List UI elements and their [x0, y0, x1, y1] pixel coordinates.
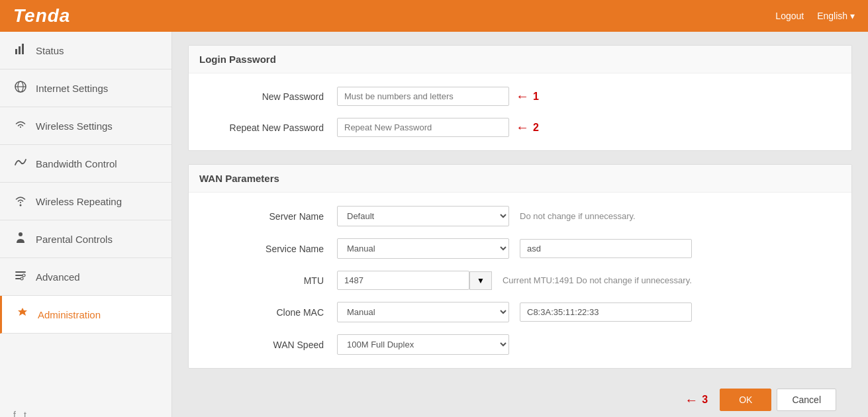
status-icon [13, 42, 28, 58]
arrow-1-icon: ← [516, 89, 529, 104]
svg-point-8 [23, 274, 25, 277]
main-layout: Status Internet Settings Wireless Settin… [0, 32, 868, 417]
sidebar-social: f t [0, 399, 171, 417]
svg-point-6 [20, 205, 22, 207]
sidebar-item-wireless-repeating[interactable]: Wireless Repeating [0, 183, 171, 220]
sidebar-item-administration[interactable]: Administration [0, 296, 171, 334]
sidebar-item-parental-controls[interactable]: Parental Controls [0, 220, 171, 258]
ok-button[interactable]: OK [720, 389, 771, 411]
new-password-row: New Password ← 1 [205, 87, 836, 106]
new-password-label: New Password [205, 91, 337, 102]
wan-speed-row: WAN Speed 100M Full Duplex 10M Half Dupl… [205, 334, 836, 355]
wan-parameters-title: WAN Parameters [189, 165, 851, 193]
mtu-dropdown-button[interactable]: ▼ [469, 271, 492, 290]
sidebar-item-advanced[interactable]: Advanced [0, 258, 171, 296]
wan-parameters-card: WAN Parameters Server Name Default Do no… [188, 164, 852, 369]
login-password-title: Login Password [189, 46, 851, 73]
cancel-button[interactable]: Cancel [777, 389, 836, 411]
arrow-2-icon: ← [516, 120, 529, 135]
content-area: Login Password New Password ← 1 Repeat N… [172, 32, 868, 417]
svg-rect-0 [15, 49, 17, 54]
server-name-label: Server Name [205, 211, 337, 222]
wan-speed-label: WAN Speed [205, 340, 337, 350]
annotation-2: ← 2 [516, 120, 539, 135]
sidebar-label-advanced: Advanced [36, 271, 80, 283]
login-password-card: Login Password New Password ← 1 Repeat N… [188, 45, 852, 151]
wan-speed-select[interactable]: 100M Full Duplex 10M Half Duplex 10M Ful… [337, 334, 509, 355]
repeat-password-input[interactable] [337, 118, 509, 137]
bandwidth-icon [13, 156, 28, 171]
sidebar-label-internet-settings: Internet Settings [36, 83, 108, 94]
sidebar-item-internet-settings[interactable]: Internet Settings [0, 70, 171, 107]
service-name-input[interactable] [520, 239, 692, 258]
svg-rect-2 [22, 44, 24, 54]
server-name-hint: Do not change if unnecessary. [520, 211, 636, 221]
facebook-icon[interactable]: f [13, 410, 16, 417]
arrow-3-icon: ← [685, 393, 698, 408]
sidebar-label-parental-controls: Parental Controls [36, 234, 113, 245]
sidebar-item-status[interactable]: Status [0, 32, 171, 70]
clone-mac-select[interactable]: Manual [337, 302, 509, 322]
sidebar-label-wireless-repeating: Wireless Repeating [36, 196, 122, 207]
sidebar: Status Internet Settings Wireless Settin… [0, 32, 172, 417]
repeating-icon [13, 193, 28, 209]
header: Tenda Logout English ▾ [0, 0, 868, 32]
sidebar-label-bandwidth-control: Bandwidth Control [36, 158, 117, 169]
server-name-row: Server Name Default Do not change if unn… [205, 206, 836, 226]
sidebar-label-wireless-settings: Wireless Settings [36, 120, 113, 132]
logo: Tenda [13, 5, 70, 26]
svg-rect-1 [19, 46, 21, 54]
logout-button[interactable]: Logout [775, 11, 804, 21]
language-selector[interactable]: English ▾ [817, 11, 855, 21]
svg-point-7 [19, 232, 23, 236]
annotation-3-number: 3 [702, 394, 708, 406]
clone-mac-label: Clone MAC [205, 307, 337, 318]
wan-parameters-body: Server Name Default Do not change if unn… [189, 193, 851, 368]
sidebar-label-administration: Administration [38, 309, 101, 320]
service-name-select[interactable]: Manual [337, 238, 509, 259]
annotation-2-number: 2 [533, 122, 539, 134]
mtu-input[interactable] [337, 271, 469, 290]
admin-icon [15, 306, 30, 322]
annotation-3-container: ← 3 [685, 393, 708, 408]
wifi-icon [13, 118, 28, 134]
advanced-icon [13, 269, 28, 285]
clone-mac-row: Clone MAC Manual [205, 302, 836, 322]
twitter-icon[interactable]: t [24, 410, 26, 417]
footer-bar: ← 3 OK Cancel [188, 382, 852, 417]
sidebar-label-status: Status [36, 45, 64, 56]
service-name-label: Service Name [205, 244, 337, 254]
clone-mac-input[interactable] [520, 302, 692, 322]
mtu-row: MTU ▼ Current MTU:1491 Do not change if … [205, 271, 836, 290]
sidebar-item-wireless-settings[interactable]: Wireless Settings [0, 107, 171, 145]
mtu-hint: Current MTU:1491 Do not change if unnece… [503, 275, 692, 285]
repeat-password-label: Repeat New Password [205, 122, 337, 133]
repeat-password-row: Repeat New Password ← 2 [205, 118, 836, 137]
server-name-select[interactable]: Default [337, 206, 509, 226]
parental-icon [13, 231, 28, 247]
new-password-input[interactable] [337, 87, 509, 106]
mtu-label: MTU [205, 275, 337, 286]
annotation-1-number: 1 [533, 91, 539, 103]
globe-icon [13, 80, 28, 96]
annotation-1: ← 1 [516, 89, 539, 104]
svg-point-9 [21, 277, 23, 280]
service-name-row: Service Name Manual [205, 238, 836, 259]
header-right: Logout English ▾ [775, 11, 855, 21]
login-password-body: New Password ← 1 Repeat New Password ← 2 [189, 73, 851, 150]
sidebar-item-bandwidth-control[interactable]: Bandwidth Control [0, 145, 171, 183]
